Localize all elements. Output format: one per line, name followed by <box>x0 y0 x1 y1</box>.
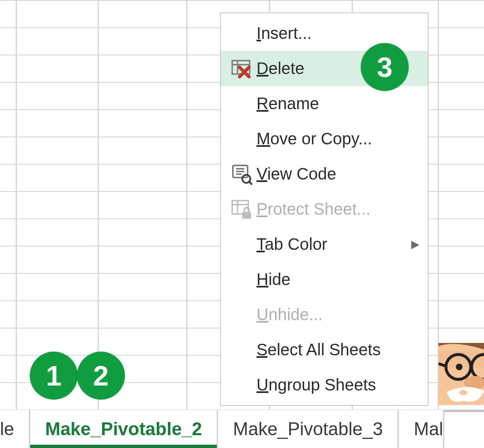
menu-item-label: Ungroup Sheets <box>256 376 419 394</box>
grid-row-border <box>0 0 484 1</box>
sheet-tab-make-pivotable-3[interactable]: Make_Pivotable_3 <box>218 410 399 448</box>
menu-item-select-all-sheets[interactable]: Select All Sheets <box>221 332 428 367</box>
sheet-tab-label: Mal <box>414 419 443 439</box>
svg-point-22 <box>459 390 467 395</box>
view-code-icon <box>227 163 256 185</box>
active-tab-underline <box>30 445 217 448</box>
annotation-badge-1: 1 <box>30 352 78 400</box>
grid-col-border <box>186 0 187 410</box>
menu-item-label: Insert... <box>256 24 419 43</box>
menu-item-insert[interactable]: Insert... <box>221 16 428 51</box>
annotation-badge-2: 2 <box>77 352 125 400</box>
menu-item-tab-color[interactable]: Tab Color▶ <box>221 227 428 262</box>
sheet-tab[interactable]: Mal <box>399 410 444 448</box>
menu-item-unhide: Unhide... <box>221 297 428 332</box>
grid-col-border <box>98 0 99 410</box>
menu-item-move-or-copy[interactable]: Move or Copy... <box>221 121 428 156</box>
annotation-badge-3: 3 <box>361 43 409 91</box>
menu-item-label: Select All Sheets <box>256 340 419 359</box>
menu-item-rename[interactable]: Rename <box>221 86 428 121</box>
menu-item-label: Rename <box>256 94 419 113</box>
menu-item-label: Move or Copy... <box>256 129 419 148</box>
delete-sheet-icon <box>227 58 256 79</box>
menu-item-ungroup-sheets[interactable]: Ungroup Sheets <box>221 367 428 402</box>
sheet-tab[interactable]: le <box>0 410 30 448</box>
svg-point-20 <box>456 364 462 370</box>
menu-item-hide[interactable]: Hide <box>221 262 428 297</box>
menu-item-view-code[interactable]: View Code <box>221 156 428 192</box>
menu-item-label: Hide <box>256 270 419 289</box>
svg-rect-14 <box>242 212 251 218</box>
submenu-chevron-icon: ▶ <box>411 238 419 251</box>
menu-item-label: View Code <box>256 165 419 183</box>
menu-item-label: Tab Color <box>256 235 407 254</box>
sheet-tab-label: Make_Pivotable_2 <box>45 419 202 439</box>
grid-col-border <box>16 0 17 410</box>
svg-line-10 <box>249 181 252 184</box>
menu-item-protect-sheet: Protect Sheet... <box>221 192 428 227</box>
protect-sheet-icon <box>227 199 256 220</box>
assistant-avatar <box>438 343 484 405</box>
sheet-tab-label: le <box>0 419 14 439</box>
sheet-tab-label: Make_Pivotable_3 <box>233 419 383 439</box>
sheet-tab-strip: leMake_Pivotable_2Make_Pivotable_3Mal <box>0 410 484 448</box>
sheet-tab-make-pivotable-2[interactable]: Make_Pivotable_2 <box>30 410 218 448</box>
menu-item-label: Unhide... <box>256 305 419 324</box>
menu-item-label: Protect Sheet... <box>256 200 419 218</box>
